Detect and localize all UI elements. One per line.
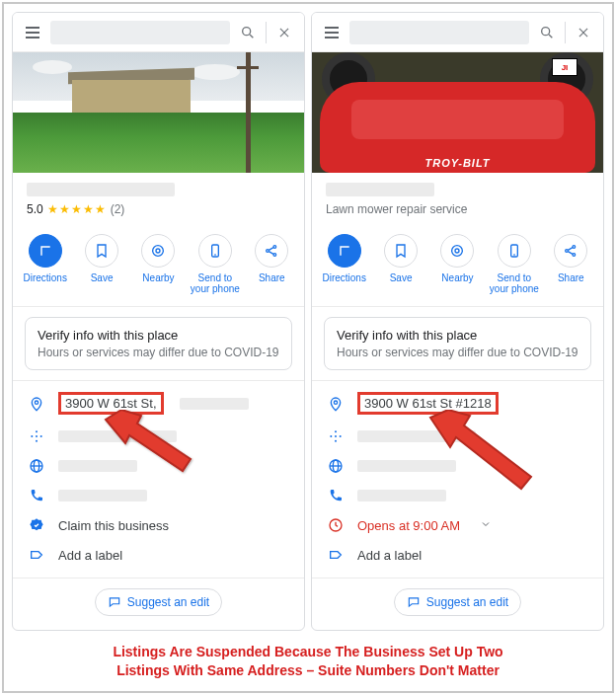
website-row[interactable] xyxy=(13,451,304,481)
phone-icon xyxy=(27,488,46,503)
plus-code-icon xyxy=(27,428,46,444)
svg-line-35 xyxy=(569,252,574,255)
hero-image-left[interactable] xyxy=(13,52,304,173)
save-button[interactable]: Save xyxy=(374,234,427,294)
svg-line-24 xyxy=(549,35,552,38)
send-label: Send to your phone xyxy=(189,272,242,294)
svg-point-38 xyxy=(335,435,337,437)
address-text: 3900 W 61st St #1218 xyxy=(357,392,499,415)
label-row[interactable]: Add a label xyxy=(312,540,603,570)
svg-point-4 xyxy=(156,249,160,253)
actions-row: Directions Save Nearby Send to your phon… xyxy=(312,224,603,307)
label-icon xyxy=(27,547,46,563)
chat-icon xyxy=(108,595,121,609)
label-row[interactable]: Add a label xyxy=(13,540,304,570)
separator xyxy=(565,22,566,43)
menu-icon[interactable] xyxy=(318,19,346,46)
website-row[interactable] xyxy=(312,451,603,481)
claim-row[interactable]: Claim this business xyxy=(13,510,304,540)
svg-line-1 xyxy=(250,35,253,38)
svg-point-9 xyxy=(273,246,276,249)
actions-row: Directions Save Nearby Send to your phon… xyxy=(13,224,304,307)
share-button[interactable]: Share xyxy=(245,234,298,294)
search-input[interactable] xyxy=(50,21,230,44)
share-label: Share xyxy=(558,272,584,283)
info-list: 3900 W 61st St #1218 Opens at 9:00 AM xyxy=(312,380,603,578)
caption-line1: Listings Are Suspended Because The Busin… xyxy=(4,643,612,662)
suggest-label: Suggest an edit xyxy=(127,595,209,609)
svg-point-14 xyxy=(31,435,33,437)
close-icon[interactable] xyxy=(270,19,298,46)
caption-line2: Listings With Same Address – Suite Numbe… xyxy=(4,661,612,681)
address-text: 3900 W 61st St, xyxy=(58,392,164,415)
nearby-button[interactable]: Nearby xyxy=(430,234,484,294)
covid-sub: Hours or services may differ due to COVI… xyxy=(337,346,578,359)
svg-point-33 xyxy=(573,254,576,257)
menu-icon[interactable] xyxy=(19,19,46,46)
directions-button[interactable]: Directions xyxy=(19,234,72,294)
svg-point-0 xyxy=(243,27,251,35)
svg-point-18 xyxy=(36,440,38,442)
address-row[interactable]: 3900 W 61st St #1218 xyxy=(312,385,603,422)
covid-card[interactable]: Verify info with this place Hours or ser… xyxy=(324,317,591,370)
plus-code-row[interactable] xyxy=(312,422,603,451)
save-label: Save xyxy=(91,272,114,283)
plus-code-row[interactable] xyxy=(13,422,304,451)
hours-row[interactable]: Opens at 9:00 AM xyxy=(312,510,603,540)
svg-point-8 xyxy=(267,250,270,253)
flag-badge: JI xyxy=(552,58,578,76)
covid-card[interactable]: Verify info with this place Hours or ser… xyxy=(25,317,292,370)
share-button[interactable]: Share xyxy=(544,234,597,294)
directions-button[interactable]: Directions xyxy=(318,234,371,294)
svg-line-12 xyxy=(270,252,274,255)
nearby-label: Nearby xyxy=(142,272,174,283)
svg-point-39 xyxy=(340,435,342,437)
category-text: Lawn mower repair service xyxy=(326,202,589,216)
svg-line-11 xyxy=(270,248,274,251)
address-row[interactable]: 3900 W 61st St, xyxy=(13,385,304,422)
phone-redacted xyxy=(357,490,446,502)
covid-title: Verify info with this place xyxy=(337,328,578,343)
svg-point-41 xyxy=(335,440,337,442)
caption: Listings Are Suspended Because The Busin… xyxy=(4,643,612,681)
search-input[interactable] xyxy=(349,21,529,44)
svg-point-13 xyxy=(35,401,38,404)
svg-point-15 xyxy=(36,435,38,437)
claim-text: Claim this business xyxy=(58,518,169,533)
suggest-edit-button[interactable]: Suggest an edit xyxy=(394,588,521,616)
svg-point-32 xyxy=(573,246,576,249)
chevron-down-icon[interactable] xyxy=(480,518,492,533)
search-bar xyxy=(312,13,603,52)
nearby-button[interactable]: Nearby xyxy=(131,234,185,294)
hero-image-right[interactable]: JI TROY-BILT xyxy=(312,52,603,173)
save-button[interactable]: Save xyxy=(75,234,128,294)
close-icon[interactable] xyxy=(570,19,597,46)
website-redacted xyxy=(58,460,137,472)
website-redacted xyxy=(357,460,456,472)
star-icons: ★★★★★ xyxy=(47,202,107,216)
directions-label: Directions xyxy=(23,272,66,283)
search-bar xyxy=(13,13,304,52)
svg-point-36 xyxy=(334,401,337,404)
suggest-label: Suggest an edit xyxy=(426,595,508,609)
address-redacted xyxy=(180,398,249,410)
send-to-phone-button[interactable]: Send to your phone xyxy=(488,234,541,294)
svg-point-23 xyxy=(542,27,550,35)
svg-point-5 xyxy=(153,246,164,257)
verified-icon xyxy=(27,517,46,533)
search-icon[interactable] xyxy=(234,19,262,46)
globe-icon xyxy=(27,458,46,474)
phone-row[interactable] xyxy=(13,481,304,510)
search-icon[interactable] xyxy=(533,19,561,46)
send-to-phone-button[interactable]: Send to your phone xyxy=(189,234,242,294)
phone-row[interactable] xyxy=(312,481,603,510)
svg-point-28 xyxy=(452,246,463,257)
send-label: Send to your phone xyxy=(488,272,541,294)
chat-icon xyxy=(407,595,421,609)
suggest-edit-button[interactable]: Suggest an edit xyxy=(95,588,222,616)
clock-icon xyxy=(326,517,346,533)
svg-point-27 xyxy=(455,249,459,253)
rating-row[interactable]: 5.0 ★★★★★ (2) xyxy=(27,202,290,216)
label-text: Add a label xyxy=(58,548,122,563)
phone-icon xyxy=(326,488,346,503)
